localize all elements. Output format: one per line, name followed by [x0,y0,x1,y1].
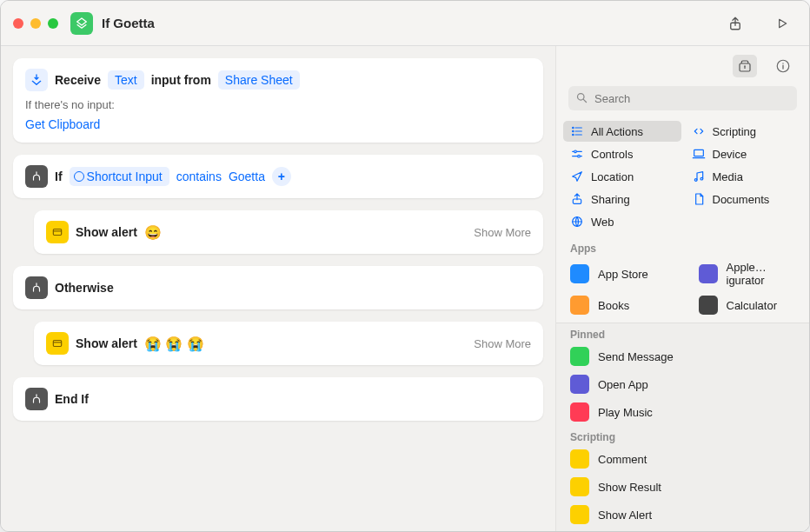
endif-card[interactable]: End If [13,377,543,421]
scripting-item-show-alert[interactable]: Show Alert [556,501,809,529]
alert1-showmore[interactable]: Show More [474,226,531,239]
location-icon [570,170,584,183]
show-alert-card-1[interactable]: Show alert 😄 Show More [34,210,543,254]
action-icon [570,375,589,394]
if-card[interactable]: If Shortcut Input contains Goetta + [13,155,543,198]
receive-verb: Receive [55,73,101,87]
search-input[interactable] [568,86,797,110]
alert2-emoji: 😭 😭 😭 [144,336,204,352]
web-icon [570,215,584,229]
branch-icon [25,276,48,299]
app-icon [699,296,718,315]
pinned-item-open-app[interactable]: Open App [556,370,809,398]
category-web[interactable]: Web [563,211,681,232]
device-icon [692,147,706,161]
list-icon [570,124,584,138]
close-window-button[interactable] [13,18,23,29]
if-condition[interactable]: contains [176,170,222,183]
app-icon [699,264,718,283]
shortcuts-editor-window: If Goetta Receive Text input from [0,0,810,532]
scripting-list: CommentShow ResultShow AlertAsk for Inpu… [556,445,809,531]
documents-icon [692,192,706,206]
action-library-sidebar: All ActionsScriptingControlsDeviceLocati… [555,46,809,531]
pinned-header: Pinned [556,323,809,342]
controls-icon [570,147,584,161]
minimize-window-button[interactable] [30,18,41,29]
category-device[interactable]: Device [685,143,803,164]
traffic-lights [13,18,58,29]
category-location[interactable]: Location [563,166,681,187]
no-input-label: If there's no input: [25,98,531,111]
receive-icon [25,69,48,91]
scripting-item-comment[interactable]: Comment [556,445,809,473]
pinned-item-play-music[interactable]: Play Music [556,398,809,426]
alert1-emoji: 😄 [144,224,162,241]
media-icon [692,170,706,183]
action-icon [570,402,589,422]
alert2-showmore[interactable]: Show More [474,337,531,350]
shortcut-app-icon [70,12,93,35]
svg-point-10 [573,127,574,128]
scripting-item-show-result[interactable]: Show Result [556,473,809,501]
svg-point-15 [574,150,577,153]
input-type-token[interactable]: Text [108,70,144,90]
action-icon [570,347,589,366]
input-source-token[interactable]: Share Sheet [218,70,300,90]
svg-point-6 [578,94,585,101]
add-condition-button[interactable]: + [272,167,291,186]
category-grid: All ActionsScriptingControlsDeviceLocati… [556,119,809,237]
pinned-list: Send MessageOpen AppPlay Music [556,342,809,426]
scripting-item-ask-for-input[interactable]: Ask for Input [556,529,809,531]
category-media[interactable]: Media [685,166,803,187]
app-books[interactable]: Books [556,291,681,319]
otherwise-card[interactable]: Otherwise [13,266,543,309]
svg-rect-2 [53,341,61,347]
svg-point-4 [744,65,746,67]
library-tab-icon[interactable] [733,55,757,77]
if-keyword: If [55,170,63,183]
svg-point-11 [573,130,574,131]
zoom-window-button[interactable] [48,18,58,29]
category-scripting[interactable]: Scripting [685,121,803,142]
alert-icon [46,332,69,355]
alert-icon [46,221,69,243]
pinned-item-send-message[interactable]: Send Message [556,342,809,370]
svg-point-16 [578,155,581,157]
share-icon[interactable] [720,11,750,36]
titlebar: If Goetta [1,1,809,46]
svg-point-19 [694,179,697,182]
run-icon[interactable] [767,11,797,36]
receive-mid: input from [151,73,211,87]
receive-input-card[interactable]: Receive Text input from Share Sheet If t… [13,58,543,143]
category-controls[interactable]: Controls [563,143,681,164]
workflow-canvas[interactable]: Receive Text input from Share Sheet If t… [1,46,555,531]
alert2-label: Show alert [76,336,137,350]
action-icon [570,477,589,496]
svg-point-20 [700,177,703,180]
action-icon [570,449,589,469]
fallback-action-link[interactable]: Get Clipboard [25,117,100,131]
apps-header: Apps [556,237,809,256]
share-icon [570,192,584,206]
if-variable-token[interactable]: Shortcut Input [70,167,169,186]
category-all-actions[interactable]: All Actions [563,121,681,142]
app-app-store[interactable]: App Store [556,256,681,291]
app-apple-igurator[interactable]: Apple…igurator [685,256,810,291]
endif-label: End If [55,392,89,406]
svg-rect-17 [694,150,703,156]
action-icon [570,505,589,524]
app-icon [570,296,589,315]
apps-list: App StoreApple…iguratorBooksCalculator [556,256,809,319]
info-tab-icon[interactable] [771,55,795,77]
show-alert-card-2[interactable]: Show alert 😭 😭 😭 Show More [34,322,543,365]
scripting-header: Scripting [556,426,809,445]
category-sharing[interactable]: Sharing [563,189,681,209]
branch-icon [25,165,48,188]
otherwise-label: Otherwise [55,281,114,295]
window-title: If Goetta [102,16,155,30]
if-value[interactable]: Goetta [229,170,265,183]
app-calculator[interactable]: Calculator [685,291,810,319]
category-documents[interactable]: Documents [685,189,803,209]
scripting-icon [692,124,706,138]
app-icon [570,264,589,283]
